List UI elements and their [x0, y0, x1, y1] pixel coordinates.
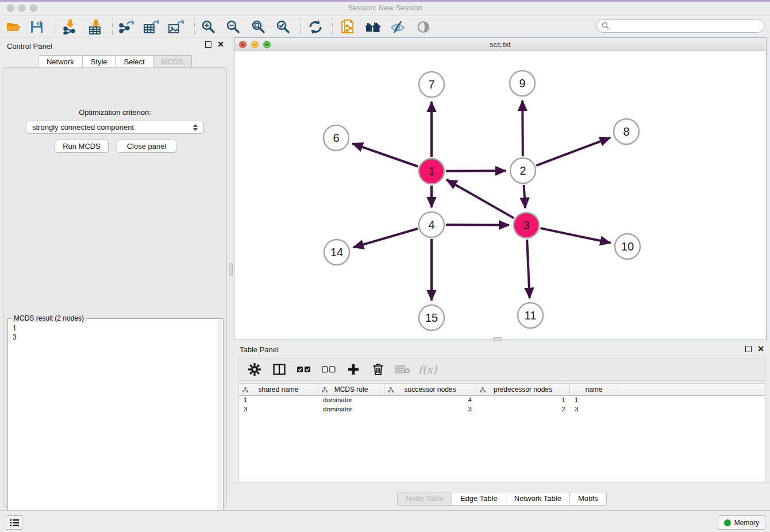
zoom-in-icon[interactable] — [198, 18, 219, 36]
tree-icon — [480, 387, 486, 392]
graph-node-4[interactable]: 4 — [419, 212, 444, 237]
edge-4-3[interactable] — [446, 225, 509, 225]
table-tab-motifs[interactable]: Motifs — [570, 492, 607, 506]
table-tab-node-table[interactable]: Node Table — [397, 492, 452, 506]
delete-column-trash-icon[interactable] — [371, 362, 386, 377]
graph-node-7[interactable]: 7 — [419, 72, 444, 97]
edge-3-10[interactable] — [540, 228, 610, 243]
cell-name[interactable]: 1 — [570, 396, 618, 405]
import-network-icon[interactable] — [59, 18, 80, 36]
edge-3-1[interactable] — [446, 180, 514, 218]
vertical-splitter-grip[interactable] — [229, 263, 233, 276]
cell-MCDS-role[interactable]: dominator — [318, 405, 384, 414]
zoom-fit-icon[interactable] — [248, 18, 269, 36]
network-window-titlebar[interactable]: ✕ − + scc.txt — [234, 38, 766, 51]
graph-node-2[interactable]: 2 — [510, 158, 536, 183]
node-label: 14 — [330, 246, 343, 259]
edge-3-11[interactable] — [527, 240, 530, 298]
criterion-select[interactable]: strongly connected component — [26, 121, 204, 134]
table-panel: Table Panel ✕ — [234, 342, 770, 510]
network-view-window: ✕ − + scc.txt 7968124314101511 — [234, 37, 767, 340]
cell-predecessor-nodes[interactable]: 1 — [476, 396, 570, 405]
search-input[interactable] — [610, 20, 764, 32]
memory-status-dot — [724, 519, 731, 526]
graph-node-6[interactable]: 6 — [324, 125, 349, 151]
table-settings-gear-icon[interactable] — [247, 362, 262, 377]
graph-node-3[interactable]: 3 — [514, 213, 539, 238]
cell-successor-nodes[interactable]: 3 — [384, 405, 476, 414]
save-session-icon[interactable] — [26, 18, 47, 36]
refresh-icon[interactable] — [305, 18, 326, 36]
search-icon — [602, 22, 610, 30]
graph-node-11[interactable]: 11 — [518, 303, 543, 328]
task-history-button[interactable] — [6, 515, 22, 530]
delete-table-icon[interactable] — [395, 362, 410, 377]
column-header-predecessor-nodes[interactable]: predecessor nodes — [476, 384, 570, 395]
zoom-selected-icon[interactable] — [273, 18, 294, 36]
graph-node-9[interactable]: 9 — [510, 71, 535, 96]
mcds-tab-panel: Optimization criterion: strongly connect… — [3, 67, 227, 507]
edge-1-6[interactable] — [352, 144, 418, 167]
network-graph: 7968124314101511 — [234, 51, 766, 340]
node-label: 6 — [333, 132, 339, 144]
export-network-icon[interactable] — [116, 18, 136, 36]
edge-2-9[interactable] — [522, 101, 523, 156]
edge-1-2[interactable] — [446, 171, 506, 171]
create-column-plus-icon[interactable] — [346, 362, 361, 377]
edge-2-3[interactable] — [524, 185, 526, 208]
select-all-rows-icon[interactable] — [297, 362, 311, 377]
float-panel-icon[interactable] — [205, 41, 211, 48]
cell-name[interactable]: 3 — [570, 405, 618, 414]
graph-node-8[interactable]: 8 — [614, 119, 639, 144]
column-header-name[interactable]: name — [570, 384, 618, 395]
edge-2-8[interactable] — [536, 138, 610, 166]
search-field[interactable] — [596, 19, 764, 33]
column-header-MCDS-role[interactable]: MCDS role — [318, 384, 384, 395]
show-panel-eye-icon[interactable] — [413, 18, 434, 36]
table-row[interactable]: 1dominator411 — [239, 396, 765, 405]
table-tab-network-table[interactable]: Network Table — [506, 492, 570, 506]
optimization-criterion-label: Optimization criterion: — [3, 108, 226, 117]
import-table-icon[interactable] — [85, 18, 106, 36]
run-mcds-button[interactable]: Run MCDS — [55, 140, 109, 153]
graph-node-14[interactable]: 14 — [324, 240, 349, 265]
memory-button[interactable]: Memory — [718, 515, 765, 530]
show-columns-icon[interactable] — [272, 362, 287, 377]
column-header-shared-name[interactable]: shared name — [239, 384, 318, 395]
function-builder-icon[interactable]: f(x) — [420, 362, 435, 377]
graph-node-10[interactable]: 10 — [615, 234, 640, 259]
edge-4-14[interactable] — [353, 229, 418, 248]
home-icon[interactable] — [363, 18, 383, 36]
status-bar: Memory — [0, 510, 770, 532]
toolbar-separator — [55, 18, 55, 35]
cell-MCDS-role[interactable]: dominator — [318, 396, 384, 405]
table-tab-edge-table[interactable]: Edge Table — [452, 492, 506, 506]
export-image-icon[interactable] — [165, 18, 186, 36]
graph-node-1[interactable]: 1 — [419, 159, 444, 184]
open-session-icon[interactable] — [3, 18, 24, 36]
export-table-icon[interactable] — [141, 18, 161, 36]
cell-successor-nodes[interactable]: 4 — [384, 396, 476, 405]
column-header-successor-nodes[interactable]: successor nodes — [384, 384, 476, 395]
table-row[interactable]: 3dominator323 — [239, 405, 765, 414]
deselect-all-rows-icon[interactable] — [321, 362, 336, 377]
duplicate-network-icon[interactable] — [337, 18, 358, 36]
node-label: 9 — [519, 77, 525, 90]
node-table[interactable]: shared nameMCDS rolesuccessor nodesprede… — [238, 383, 765, 482]
close-panel-button[interactable]: Close panel — [117, 140, 176, 153]
main-titlebar: Session: New Session — [0, 0, 770, 16]
horizontal-splitter-grip[interactable] — [493, 337, 502, 341]
close-panel-icon[interactable]: ✕ — [217, 41, 224, 48]
network-canvas[interactable]: 7968124314101511 — [234, 51, 766, 340]
zoom-out-icon[interactable] — [223, 18, 244, 36]
float-table-panel-icon[interactable] — [745, 346, 752, 352]
cell-predecessor-nodes[interactable]: 2 — [476, 405, 570, 414]
hide-panel-eye-icon[interactable] — [387, 18, 408, 36]
mcds-result-box: MCDS result (2 nodes) 1 3 — [7, 318, 224, 530]
cell-shared-name[interactable]: 3 — [239, 405, 318, 414]
close-table-panel-icon[interactable]: ✕ — [757, 346, 764, 352]
graph-node-15[interactable]: 15 — [419, 305, 444, 330]
control-panel: Control Panel ✕ NetworkStyleSelectMCDS O… — [0, 37, 230, 510]
result-scrollbar[interactable] — [217, 320, 222, 529]
cell-shared-name[interactable]: 1 — [239, 396, 318, 405]
